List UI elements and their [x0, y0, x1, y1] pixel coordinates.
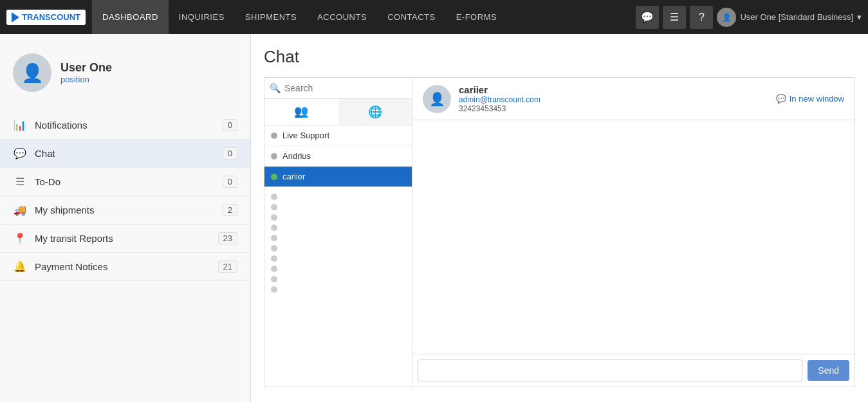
sidebar-item-label-shipments: My shipments: [35, 205, 95, 215]
user-avatar-icon: 👤: [21, 62, 44, 84]
chat-badge: 0: [223, 147, 237, 160]
sidebar-item-label-notifications: Notifications: [35, 120, 88, 131]
tab-globe[interactable]: 🌐: [338, 99, 412, 125]
in-new-window-label: In new window: [790, 94, 844, 104]
nav-items: DASHBOARD INQUIRIES SHIPMENTS ACCOUNTS C…: [92, 0, 636, 34]
ghost-dot: [271, 235, 277, 241]
sidebar-item-todo[interactable]: ☰ To-Do 0: [0, 168, 250, 196]
chat-nav-button[interactable]: 💬: [636, 6, 659, 29]
chat-header: 👤 cariier admin@transcount.com 324234534…: [412, 78, 854, 120]
sidebar-item-label-transit: My transit Reports: [35, 233, 113, 244]
shipments-icon: 🚚: [13, 204, 27, 216]
chat-search-bar: 🔍: [264, 78, 412, 99]
contact-avatar-icon: 👤: [429, 91, 445, 107]
notifications-icon: 📊: [13, 119, 27, 131]
user-nav-label: User One [Standard Business]: [740, 12, 853, 22]
sidebar-item-chat[interactable]: 💬 Chat 0: [0, 140, 250, 168]
content-area: Chat 🔍 👥 🌐 Live Support: [251, 34, 868, 402]
chat-contact-info: cariier admin@transcount.com 32423453453: [459, 84, 540, 113]
chat-main: 👤 cariier admin@transcount.com 324234534…: [412, 78, 854, 387]
sidebar-user-name: User One: [60, 61, 112, 75]
chat-input-area: Send: [412, 354, 854, 387]
sidebar-item-notifications[interactable]: 📊 Notifications 0: [0, 111, 250, 140]
ghost-dot: [271, 245, 277, 251]
send-button[interactable]: Send: [808, 360, 849, 381]
chat-contact-phone: 32423453453: [459, 104, 540, 113]
search-icon: 🔍: [270, 83, 281, 93]
chat-list: Live Support Andrius cariier: [264, 125, 412, 387]
ghost-dot: [271, 266, 277, 272]
contact-name: Andrius: [282, 151, 311, 161]
transit-badge: 23: [218, 232, 237, 244]
sidebar-item-shipments[interactable]: 🚚 My shipments 2: [0, 196, 250, 224]
logo[interactable]: TRANSCOUNT: [6, 10, 86, 25]
nav-item-shipments[interactable]: SHIPMENTS: [235, 0, 307, 34]
sidebar-item-transit-reports[interactable]: 📍 My transit Reports 23: [0, 224, 250, 253]
chat-list-item[interactable]: Live Support: [264, 125, 412, 146]
sidebar-item-label-todo: To-Do: [35, 176, 60, 187]
nav-right: 💬 ☰ ? 👤 User One [Standard Business] ▾: [636, 6, 862, 29]
logo-text: TRANSCOUNT: [22, 12, 80, 22]
notifications-badge: 0: [223, 119, 237, 131]
chat-contact-avatar: 👤: [423, 85, 451, 113]
ghost-dot: [271, 255, 277, 262]
chat-header-left: 👤 cariier admin@transcount.com 324234534…: [423, 84, 540, 113]
help-nav-button[interactable]: ?: [690, 6, 713, 29]
todo-badge: 0: [223, 176, 237, 188]
topnav: TRANSCOUNT DASHBOARD INQUIRIES SHIPMENTS…: [0, 0, 868, 34]
ghost-dot: [271, 204, 277, 210]
ghost-dot: [271, 276, 277, 282]
status-dot-offline: [271, 153, 277, 160]
sidebar: 👤 User One position 📊 Notifications 0 💬 …: [0, 34, 251, 402]
nav-item-contacts[interactable]: CONTACTS: [377, 0, 446, 34]
in-new-window-link[interactable]: 💬 In new window: [776, 94, 844, 104]
chevron-down-icon: ▾: [857, 12, 862, 22]
payment-icon: 🔔: [13, 260, 27, 273]
chat-list-item[interactable]: Andrius: [264, 146, 412, 167]
nav-item-accounts[interactable]: ACCOUNTS: [307, 0, 377, 34]
logo-arrow-icon: [12, 12, 19, 23]
new-window-icon: 💬: [776, 94, 786, 104]
sidebar-item-label-chat: Chat: [35, 148, 55, 159]
sidebar-menu: 📊 Notifications 0 💬 Chat 0 ☰ To-Do 0: [0, 111, 250, 281]
shipments-badge: 2: [223, 204, 237, 216]
list-nav-button[interactable]: ☰: [663, 6, 686, 29]
chat-contact-email: admin@transcount.com: [459, 95, 540, 104]
chat-sidebar: 🔍 👥 🌐 Live Support Andrius: [264, 78, 412, 387]
page-title: Chat: [264, 47, 855, 67]
sidebar-user: 👤 User One position: [0, 47, 250, 105]
sidebar-item-label-payment: Payment Notices: [35, 261, 107, 272]
user-avatar-nav: 👤: [717, 8, 736, 27]
ghost-dot: [271, 214, 277, 221]
todo-icon: ☰: [13, 176, 27, 188]
chat-tabs: 👥 🌐: [264, 99, 412, 125]
status-dot-offline: [271, 132, 277, 139]
search-input[interactable]: [284, 83, 407, 93]
sidebar-user-info: User One position: [60, 61, 112, 84]
transit-icon: 📍: [13, 232, 27, 244]
sidebar-user-position: position: [60, 75, 112, 84]
payment-badge: 21: [218, 260, 237, 273]
chat-list-item-selected[interactable]: cariier: [264, 167, 412, 187]
chat-message-input[interactable]: [418, 360, 802, 381]
sidebar-item-payment-notices[interactable]: 🔔 Payment Notices 21: [0, 253, 250, 281]
chat-layout: 🔍 👥 🌐 Live Support Andrius: [264, 77, 855, 387]
chat-messages: [412, 120, 854, 354]
tab-contacts[interactable]: 👥: [264, 99, 338, 125]
chat-contact-name: cariier: [459, 84, 540, 95]
ghost-dot: [271, 286, 277, 293]
chat-icon: 💬: [13, 147, 27, 160]
ghost-dot: [271, 194, 277, 200]
status-dot-online: [271, 174, 277, 180]
chat-list-ghost-items: [264, 187, 412, 299]
nav-item-inquiries[interactable]: INQUIRIES: [169, 0, 235, 34]
ghost-dot: [271, 224, 277, 231]
contact-name-selected: cariier: [282, 172, 305, 181]
main-layout: 👤 User One position 📊 Notifications 0 💬 …: [0, 34, 868, 402]
user-menu-button[interactable]: 👤 User One [Standard Business] ▾: [717, 8, 862, 27]
nav-item-eforms[interactable]: E-FORMS: [446, 0, 507, 34]
avatar: 👤: [13, 53, 51, 92]
contact-name: Live Support: [282, 131, 329, 140]
nav-item-dashboard[interactable]: DASHBOARD: [92, 0, 169, 34]
